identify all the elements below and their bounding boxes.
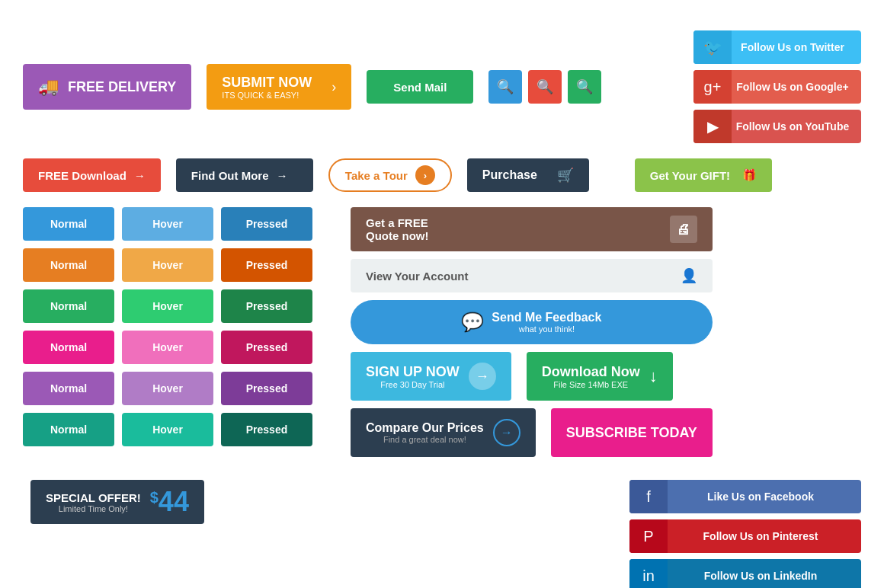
search-icon-blue: 🔍 <box>497 78 514 95</box>
green-button-row: Normal Hover Pressed <box>23 289 312 323</box>
compare-main-label: Compare Our Prices <box>366 421 484 435</box>
search-red-button[interactable]: 🔍 <box>528 70 562 104</box>
send-feedback-button[interactable]: 💬 Send Me Feedback what you think! <box>351 300 713 344</box>
circle-arrow-icon: › <box>415 165 435 185</box>
pink-normal-button[interactable]: Normal <box>23 331 114 364</box>
feedback-sub-label: what you think! <box>492 324 601 334</box>
submit-now-sub-label: ITS QUICK & EASY! <box>222 91 299 100</box>
pink-button-row: Normal Hover Pressed <box>23 331 312 364</box>
youtube-label: Follow Us on YouTube <box>732 120 861 133</box>
download-now-button[interactable]: Download Now File Size 14Mb EXE ↓ <box>527 352 673 401</box>
special-offer-main-label: SPECIAL OFFER! <box>46 491 141 504</box>
user-icon: 👤 <box>681 267 697 284</box>
facebook-like-button[interactable]: f Like Us on Facebook <box>629 480 861 513</box>
linkedin-icon: in <box>629 559 668 588</box>
pink-hover-button[interactable]: Hover <box>122 331 213 364</box>
take-tour-label: Take a Tour <box>345 169 408 182</box>
arrow-right-icon2: → <box>277 169 288 182</box>
compare-prices-button[interactable]: Compare Our Prices Find a great deal now… <box>351 408 536 457</box>
pinterest-icon: P <box>629 519 668 553</box>
facebook-icon: f <box>629 480 668 513</box>
blue-hover-button[interactable]: Hover <box>122 207 213 241</box>
search-icon-red: 🔍 <box>536 78 553 95</box>
compare-sub-label: Find a great deal now! <box>366 435 484 444</box>
orange-hover-button[interactable]: Hover <box>122 248 213 282</box>
feedback-main-label: Send Me Feedback <box>492 311 601 324</box>
blue-pressed-button[interactable]: Pressed <box>221 207 312 241</box>
free-delivery-button[interactable]: 🚚 FREE DELIVERY <box>23 64 191 110</box>
subscribe-today-button[interactable]: SUBSCRIBE TODAY <box>551 408 713 457</box>
truck-icon: 🚚 <box>38 77 59 97</box>
price-amount-label: 44 <box>159 486 189 518</box>
price-dollar-label: $ <box>150 489 159 507</box>
gift-icon: 🎁 <box>742 168 757 182</box>
social-wide-buttons: f Like Us on Facebook P Follow Us on Pin… <box>629 480 861 588</box>
purple-hover-button[interactable]: Hover <box>122 372 213 405</box>
arrow-icon: › <box>332 79 336 95</box>
color-button-grid: Normal Hover Pressed Normal Hover Press <box>23 207 312 446</box>
view-account-button[interactable]: View Your Account 👤 <box>351 259 713 292</box>
pink-pressed-button[interactable]: Pressed <box>221 331 312 364</box>
find-out-more-label: Find Out More <box>191 169 269 182</box>
teal-pressed-button[interactable]: Pressed <box>221 413 312 446</box>
twitter-icon: 🐦 <box>693 30 732 64</box>
twitter-label: Follow Us on Twitter <box>732 41 861 53</box>
purchase-button[interactable]: Purchase 🛒 <box>467 158 589 192</box>
special-offer-section: SPECIAL OFFER! Limited Time Only! $ 44 <box>30 480 204 524</box>
youtube-follow-button[interactable]: ▶ Follow Us on YouTube <box>693 110 861 143</box>
get-gift-label: Get Your GIFT! <box>650 169 730 182</box>
purple-button-row: Normal Hover Pressed <box>23 372 312 405</box>
view-account-label: View Your Account <box>366 270 468 283</box>
teal-hover-button[interactable]: Hover <box>122 413 213 446</box>
facebook-label: Like Us on Facebook <box>668 491 861 503</box>
get-quote-button[interactable]: Get a FREE Quote now! 🖨 <box>351 207 713 251</box>
get-gift-button[interactable]: Get Your GIFT! 🎁 <box>635 158 772 192</box>
printer-icon: 🖨 <box>670 216 697 243</box>
subscribe-label: SUBSCRIBE TODAY <box>566 425 697 441</box>
green-normal-button[interactable]: Normal <box>23 289 114 323</box>
search-buttons-group: 🔍 🔍 🔍 <box>488 70 601 104</box>
chat-icon: 💬 <box>461 312 484 333</box>
download-sub-label: File Size 14Mb EXE <box>542 380 640 389</box>
send-mail-button[interactable]: Send Mail <box>367 70 473 104</box>
purple-pressed-button[interactable]: Pressed <box>221 372 312 405</box>
green-hover-button[interactable]: Hover <box>122 289 213 323</box>
orange-button-row: Normal Hover Pressed <box>23 248 312 282</box>
blue-button-row: Normal Hover Pressed <box>23 207 312 241</box>
search-green-button[interactable]: 🔍 <box>568 70 601 104</box>
purple-normal-button[interactable]: Normal <box>23 372 114 405</box>
compare-subscribe-row: Compare Our Prices Find a great deal now… <box>351 408 713 457</box>
orange-normal-button[interactable]: Normal <box>23 248 114 282</box>
youtube-icon: ▶ <box>693 110 732 143</box>
submit-now-button[interactable]: SUBMIT NOW ITS QUICK & EASY! › <box>207 64 351 110</box>
twitter-follow-button[interactable]: 🐦 Follow Us on Twitter <box>693 30 861 64</box>
search-blue-button[interactable]: 🔍 <box>488 70 522 104</box>
orange-pressed-button[interactable]: Pressed <box>221 248 312 282</box>
free-delivery-label: FREE DELIVERY <box>68 79 176 95</box>
pinterest-follow-button[interactable]: P Follow Us on Pinterest <box>629 519 861 553</box>
compare-arrow-icon: → <box>493 419 520 446</box>
teal-normal-button[interactable]: Normal <box>23 413 114 446</box>
blue-normal-button[interactable]: Normal <box>23 207 114 241</box>
send-mail-label: Send Mail <box>393 81 447 94</box>
gplus-follow-button[interactable]: g+ Follow Us on Google+ <box>693 70 861 104</box>
linkedin-follow-button[interactable]: in Follow Us on LinkedIn <box>629 559 861 588</box>
find-out-more-button[interactable]: Find Out More → <box>176 158 313 192</box>
free-download-button[interactable]: FREE Download → <box>23 158 161 192</box>
sign-up-button[interactable]: SIGN UP NOW Free 30 Day Trial → <box>351 352 511 401</box>
signup-main-label: SIGN UP NOW <box>366 364 460 380</box>
submit-now-label: SUBMIT NOW <box>222 75 312 91</box>
special-offer-button[interactable]: SPECIAL OFFER! Limited Time Only! $ 44 <box>30 480 204 524</box>
gplus-label: Follow Us on Google+ <box>732 81 861 93</box>
linkedin-label: Follow Us on LinkedIn <box>668 570 861 582</box>
social-buttons-bottom: f Like Us on Facebook P Follow Us on Pin… <box>629 480 861 588</box>
arrow-right-icon: → <box>134 169 146 182</box>
social-buttons-top: 🐦 Follow Us on Twitter g+ Follow Us on G… <box>693 30 861 143</box>
download-arrow-icon: ↓ <box>649 366 658 386</box>
teal-button-row: Normal Hover Pressed <box>23 413 312 446</box>
middle-buttons: Get a FREE Quote now! 🖨 View Your Accoun… <box>351 207 713 457</box>
green-pressed-button[interactable]: Pressed <box>221 289 312 323</box>
signup-arrow-icon: → <box>469 363 496 390</box>
purchase-label: Purchase <box>482 168 537 182</box>
take-tour-button[interactable]: Take a Tour › <box>328 158 452 192</box>
